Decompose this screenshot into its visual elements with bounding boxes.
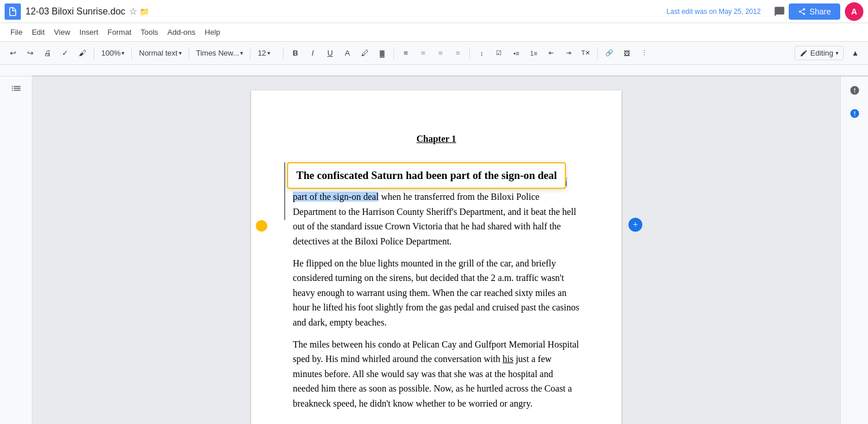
last-edit: Last edit was on May 25, 2012 [667, 8, 761, 16]
yellow-circle-indicator [256, 220, 267, 232]
toolbar-divider-6 [393, 47, 394, 59]
doc-title: 12-03 Biloxi Sunrise.doc [25, 6, 126, 17]
decrease-indent-button[interactable]: ⇤ [543, 45, 559, 61]
align-center-button[interactable]: ≡ [415, 45, 431, 61]
undo-button[interactable]: ↩ [5, 45, 21, 61]
menu-bar: File Edit View Insert Format Tools Add-o… [0, 23, 868, 42]
underlined-word: his [502, 354, 513, 364]
checklist-button[interactable]: ☑ [491, 45, 507, 61]
toolbar-divider-4 [250, 47, 251, 59]
numbered-list-button[interactable]: 1≡ [525, 45, 542, 61]
italic-button[interactable]: I [304, 45, 321, 61]
editing-mode-selector[interactable]: Editing ▾ [795, 46, 844, 60]
content-area: The confiscated Saturn had been part of … [0, 76, 868, 424]
zoom-value: 100% [101, 49, 120, 57]
paragraph-3[interactable]: The miles between his condo at Pelican C… [293, 337, 580, 411]
share-button[interactable]: Share [789, 3, 840, 20]
fontsize-value: 12 [258, 49, 266, 57]
text-color-button[interactable]: A [339, 45, 355, 61]
plus-icon: + [632, 218, 638, 232]
comment-icon-button[interactable] [770, 2, 789, 21]
document-page: Chapter 1 Jack Roe pulled the unmarked s… [251, 90, 621, 424]
font-value: Times New... [196, 49, 240, 57]
image-button[interactable]: 🖼 [619, 45, 635, 61]
link-button[interactable]: 🔗 [601, 45, 617, 61]
font-dropdown-arrow: ▾ [240, 50, 243, 56]
clear-format-button[interactable]: T✕ [578, 45, 594, 61]
align-justify-button[interactable]: ≡ [450, 45, 466, 61]
menu-help[interactable]: Help [201, 27, 224, 38]
right-panel-chat-icon[interactable] [845, 81, 864, 100]
toolbar-divider-7 [469, 47, 470, 59]
editing-mode-arrow: ▾ [836, 50, 838, 56]
redo-button[interactable]: ↪ [22, 45, 38, 61]
style-value: Normal text [139, 49, 177, 57]
doc-icon [5, 3, 21, 20]
style-select[interactable]: Normal text ▾ [135, 47, 185, 59]
menu-edit[interactable]: Edit [28, 27, 48, 38]
fontsize-dropdown-arrow: ▾ [267, 50, 270, 56]
line-spacing-button[interactable]: ↕ [473, 45, 490, 61]
top-bar: 12-03 Biloxi Sunrise.doc ☆ 📁 Last edit w… [0, 0, 868, 23]
toolbar-divider-5 [283, 47, 284, 59]
highlight-button[interactable]: 🖊 [356, 45, 373, 61]
fontsize-select[interactable]: 12 ▾ [254, 47, 279, 59]
align-left-button[interactable]: ≡ [398, 45, 414, 61]
collapse-toolbar-button[interactable]: ▲ [847, 45, 863, 61]
menu-insert[interactable]: Insert [76, 27, 102, 38]
increase-indent-button[interactable]: ⇥ [560, 45, 576, 61]
toolbar: ↩ ↪ 🖨 ✓ 🖌 100% ▾ Normal text ▾ Times New… [0, 42, 868, 65]
menu-addons[interactable]: Add-ons [164, 27, 198, 38]
outline-icon[interactable] [7, 81, 25, 100]
toolbar-divider-8 [597, 47, 598, 59]
paint-format-button[interactable]: 🖌 [74, 45, 90, 61]
style-dropdown-arrow: ▾ [179, 50, 182, 56]
editing-mode-label: Editing [810, 49, 833, 57]
tooltip-text: The confiscated Saturn had been part of … [296, 169, 557, 181]
zoom-select[interactable]: 100% ▾ [98, 47, 128, 59]
right-sidebar [840, 76, 868, 424]
menu-format[interactable]: Format [104, 27, 135, 38]
underline-button[interactable]: U [322, 45, 338, 61]
more-button[interactable]: ⋮ [636, 45, 652, 61]
toolbar-divider-2 [131, 47, 132, 59]
text-background-button[interactable]: ▓ [374, 45, 390, 61]
folder-icon[interactable]: 📁 [139, 7, 149, 16]
menu-file[interactable]: File [7, 27, 26, 38]
avatar: A [845, 2, 863, 21]
toolbar-divider-3 [189, 47, 189, 59]
menu-tools[interactable]: Tools [137, 27, 161, 38]
share-label: Share [810, 7, 831, 16]
chapter-heading: Chapter 1 [293, 132, 580, 146]
bold-button[interactable]: B [287, 45, 303, 61]
print-button[interactable]: 🖨 [39, 45, 56, 61]
bullet-list-button[interactable]: •≡ [508, 45, 524, 61]
spellcheck-button[interactable]: ✓ [57, 45, 73, 61]
paragraph-2[interactable]: He flipped on the blue lights mounted in… [293, 256, 580, 330]
ruler [0, 65, 868, 76]
star-icon[interactable]: ☆ [129, 6, 137, 17]
add-comment-inline-button[interactable]: + [628, 218, 642, 232]
right-panel-info-icon[interactable] [845, 104, 864, 123]
tooltip-popup: The confiscated Saturn had been part of … [287, 162, 566, 189]
font-select[interactable]: Times New... ▾ [193, 47, 247, 59]
zoom-dropdown-arrow: ▾ [122, 50, 124, 56]
toolbar-divider-1 [94, 47, 94, 59]
menu-view[interactable]: View [50, 27, 73, 38]
page-wrapper: The confiscated Saturn had been part of … [32, 76, 840, 424]
align-right-button[interactable]: ≡ [432, 45, 448, 61]
left-sidebar [0, 76, 32, 424]
